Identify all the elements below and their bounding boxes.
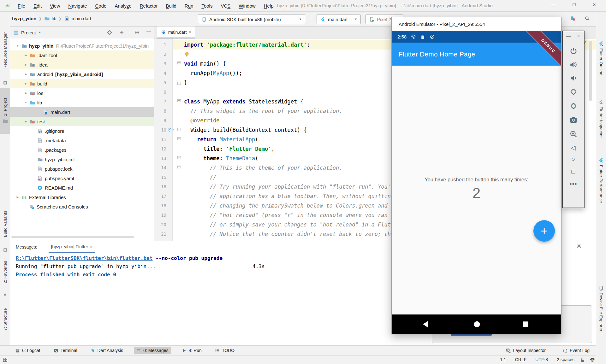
chevron-right-icon[interactable]: ▶ bbox=[22, 91, 30, 95]
device-file-explorer-tab[interactable]: Device File Explorer bbox=[596, 285, 606, 331]
messages-tab[interactable]: [hyzp_yibin] Flutter× bbox=[49, 241, 95, 253]
tool-button-6-logcat[interactable]: 6: Logcat bbox=[13, 347, 43, 354]
gradle-face-icon[interactable] bbox=[589, 357, 595, 363]
tree-item-main-dart[interactable]: main.dart bbox=[10, 107, 154, 117]
emulator-title-bar[interactable]: Android Emulator - Pixel_2_API_29:5554 bbox=[392, 17, 561, 31]
home-button[interactable]: ○ bbox=[563, 155, 584, 163]
attach-debugger-icon[interactable] bbox=[570, 16, 575, 21]
fold-icon[interactable] bbox=[177, 128, 181, 132]
horizontal-scrollbar[interactable] bbox=[11, 236, 134, 238]
tool-windows-icon[interactable] bbox=[3, 357, 8, 362]
chevron-right-icon[interactable]: ▶ bbox=[22, 82, 30, 85]
tree-item--gitignore[interactable]: .gitignore bbox=[10, 126, 154, 136]
hide-panel-icon[interactable]: — bbox=[589, 244, 595, 249]
console-link[interactable]: R:\Flutter\FlutterSDK\flutter\bin\flutte… bbox=[16, 255, 152, 261]
tree-item-build[interactable]: ▶build bbox=[10, 79, 154, 88]
override-marker-icon[interactable] bbox=[168, 128, 171, 132]
tool-icon[interactable] bbox=[0, 79, 10, 86]
hide-panel-icon[interactable]: — bbox=[146, 28, 152, 33]
device-selector[interactable]: Android SDK built for x86 (mobile) ▼ bbox=[198, 14, 305, 24]
menu-edit[interactable]: Edit bbox=[33, 3, 42, 9]
android-home-button[interactable] bbox=[472, 320, 481, 329]
breadcrumb-file[interactable]: main.dart bbox=[72, 16, 92, 21]
close-tab-icon[interactable]: × bbox=[90, 245, 92, 249]
close-window-button[interactable]: × bbox=[590, 2, 599, 8]
rotate-right-button[interactable] bbox=[563, 102, 584, 110]
chevron-right-icon[interactable]: ▶ bbox=[22, 63, 30, 66]
menu-vcs[interactable]: VCS bbox=[221, 3, 230, 9]
status-utf-8[interactable]: UTF-8 bbox=[535, 357, 548, 362]
fold-icon[interactable] bbox=[177, 62, 181, 66]
breadcrumb-project[interactable]: hyzp_yibin bbox=[12, 16, 37, 21]
tree-item-lib[interactable]: ▼lib bbox=[10, 98, 154, 107]
status-2-spaces[interactable]: 2 spaces bbox=[557, 357, 574, 362]
menu-view[interactable]: View bbox=[50, 3, 60, 9]
menu-file[interactable]: File bbox=[18, 3, 25, 9]
tool-button-0-messages[interactable]: 0: Messages bbox=[134, 347, 171, 354]
tree-item-external-libraries[interactable]: ▶External Libraries bbox=[10, 192, 154, 202]
power-button[interactable] bbox=[563, 46, 584, 55]
tree-item--packages[interactable]: .packages bbox=[10, 145, 154, 155]
menu-run[interactable]: Run bbox=[185, 3, 193, 9]
flutter-outline-tab[interactable]: Flutter Outline bbox=[596, 41, 606, 75]
lightbulb-icon[interactable] bbox=[184, 51, 190, 57]
zoom-button[interactable] bbox=[563, 130, 584, 138]
tool-button-layout-inspector[interactable]: Layout Inspector bbox=[503, 347, 548, 354]
menu-refactor[interactable]: Refactor bbox=[140, 3, 158, 9]
resource-manager-tab[interactable]: Resource Manager bbox=[0, 24, 10, 77]
tree-item-ios[interactable]: ▶ios bbox=[10, 88, 154, 98]
fold-icon[interactable] bbox=[177, 166, 181, 170]
maximize-window-button[interactable]: □ bbox=[569, 2, 579, 8]
tree-item-scratches-and-consoles[interactable]: Scratches and Consoles bbox=[10, 202, 154, 211]
flutter-inspector-tab[interactable]: Flutter Inspector bbox=[596, 99, 606, 138]
gear-icon[interactable] bbox=[576, 244, 582, 249]
tree-item--idea[interactable]: ▶.idea bbox=[10, 60, 154, 69]
screenshot-button[interactable] bbox=[563, 115, 584, 124]
tree-item-hyzp-yibin[interactable]: ▼hyzp_yibinR:\FlutterProject\FlutterProj… bbox=[10, 41, 154, 50]
chevron-down-icon[interactable]: ▼ bbox=[14, 44, 21, 47]
favorites-tab[interactable]: 2: Favorites bbox=[0, 255, 10, 290]
tool-button-4-run[interactable]: 4: Run bbox=[179, 347, 204, 354]
tool-button-terminal[interactable]: Terminal bbox=[51, 347, 80, 354]
tool-button-event-log[interactable]: Event Log bbox=[560, 347, 592, 354]
volume-up-button[interactable] bbox=[563, 60, 584, 69]
chevron-right-icon[interactable]: ▶ bbox=[22, 73, 30, 76]
gear-icon[interactable] bbox=[134, 30, 140, 35]
more-button[interactable]: ••• bbox=[563, 179, 584, 188]
tool-button-dart-analysis[interactable]: Dart Analysis bbox=[88, 347, 126, 354]
chevron-right-icon[interactable]: ▶ bbox=[22, 120, 30, 123]
build-variants-tab[interactable]: Build Variants bbox=[0, 203, 10, 244]
chevron-right-icon[interactable]: ▶ bbox=[22, 54, 30, 57]
chevron-right-icon[interactable]: ▶ bbox=[14, 196, 21, 199]
fold-icon[interactable] bbox=[177, 80, 181, 85]
tool-button-todo[interactable]: TODO bbox=[212, 347, 237, 354]
minimize-window-button[interactable]: — bbox=[549, 2, 559, 8]
status-crlf[interactable]: CRLF bbox=[515, 357, 527, 362]
android-overview-button[interactable] bbox=[521, 320, 530, 329]
fold-icon[interactable] bbox=[177, 99, 181, 104]
fold-icon[interactable] bbox=[177, 137, 181, 142]
increment-fab-button[interactable]: + bbox=[533, 220, 555, 242]
flutter-performance-tab[interactable]: Flutter Performance bbox=[596, 158, 606, 203]
tree-item-hyzp-yibin-iml[interactable]: hyzp_yibin.iml bbox=[10, 155, 154, 164]
back-button[interactable]: ◁ bbox=[563, 143, 584, 152]
project-tab[interactable]: 1: Project bbox=[0, 88, 10, 134]
menu-help[interactable]: Help bbox=[264, 3, 274, 9]
close-tab-icon[interactable]: × bbox=[189, 30, 191, 34]
menu-navigate[interactable]: Navigate bbox=[68, 3, 87, 9]
search-icon[interactable] bbox=[585, 16, 590, 21]
menu-code[interactable]: Code bbox=[95, 3, 107, 9]
unlock-icon[interactable] bbox=[580, 357, 585, 362]
collapse-all-icon[interactable] bbox=[119, 30, 124, 35]
menu-tools[interactable]: Tools bbox=[201, 3, 212, 9]
menu-build[interactable]: Build bbox=[166, 3, 176, 9]
volume-down-button[interactable] bbox=[563, 74, 584, 83]
menu-analyze[interactable]: Analyze bbox=[115, 3, 131, 9]
tree-item-android[interactable]: ▶android[hyzp_yibin_android] bbox=[10, 69, 154, 79]
android-back-button[interactable] bbox=[421, 320, 430, 329]
tree-item-pubspec-lock[interactable]: pubspec.lock bbox=[10, 164, 154, 173]
tree-item--dart-tool[interactable]: ▶.dart_tool bbox=[10, 50, 154, 60]
minimize-emulator-button[interactable]: — bbox=[565, 33, 572, 38]
close-emulator-button[interactable]: × bbox=[575, 33, 582, 38]
breadcrumb-folder[interactable]: lib bbox=[52, 16, 56, 21]
